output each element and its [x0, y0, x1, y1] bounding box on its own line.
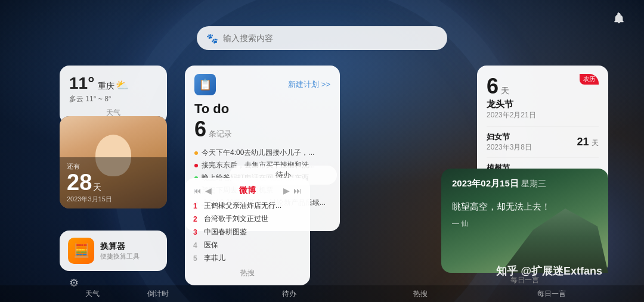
countdown-overlay: 还有 28 天 2023年3月15日 — [60, 157, 167, 208]
daily-weekday: 星期三 — [521, 179, 546, 188]
countdown-date: 2023年3月15日 — [67, 195, 160, 204]
calendar-main-info: 6 天 龙头节 2023年2月21日 — [487, 74, 536, 120]
weibo-item[interactable]: 4医保 — [193, 240, 302, 250]
todo-new-plan[interactable]: 新建计划 >> — [288, 79, 330, 90]
weibo-header: ⏮ ◀ 微博 ▶ ⏭ — [193, 185, 302, 196]
forward-icon[interactable]: ▶ — [283, 186, 290, 195]
countdown-label: 倒计时 — [60, 208, 167, 208]
todo-count-row: 6 条记录 — [194, 117, 330, 142]
prev-icon[interactable]: ⏮ — [193, 186, 202, 195]
calendar-event-row: 妇女节 2023年3月8日 21 天 — [487, 132, 599, 158]
daily-author: — 仙 — [452, 219, 597, 229]
calendar-divider — [487, 126, 599, 127]
weibo-item[interactable]: 5李菲儿 — [193, 253, 302, 263]
bell-button[interactable] — [608, 7, 630, 29]
weather-city: 重庆 — [98, 81, 114, 92]
calendar-main-event: 龙头节 — [487, 99, 536, 110]
bottom-label-item: 每日一言 — [519, 289, 584, 299]
bottom-label-item: 热搜 — [388, 289, 453, 299]
countdown-days: 28 — [67, 171, 92, 194]
weibo-item[interactable]: 1王鹤棣父亲油炸店无行... — [193, 201, 302, 211]
todo-count-label: 条记录 — [209, 129, 232, 139]
weather-temp: 11° — [69, 74, 94, 93]
bell-icon — [612, 11, 626, 24]
todo-app-icon: 📋 — [194, 74, 216, 95]
search-bar: 🐾 — [197, 26, 447, 50]
calculator-subtitle: 便捷换算工具 — [100, 252, 140, 261]
weibo-item[interactable]: 3中国春耕图鉴 — [193, 227, 302, 237]
search-input[interactable] — [223, 33, 438, 43]
weibo-label: 热搜 — [193, 268, 302, 278]
weibo-controls-right: ▶ ⏭ — [283, 186, 302, 195]
countdown-days-unit: 天 — [93, 182, 101, 193]
todo-icon-area: 📋 — [194, 74, 216, 95]
calculator-name: 换算器 — [100, 241, 140, 252]
daily-quote: 眺望高空，却无法上去！ — [452, 200, 597, 214]
calendar-main-unit: 天 — [501, 86, 509, 96]
bottom-label-item: 天气 — [60, 289, 125, 299]
todo-item: 今天下午4:00去幼儿园接小儿子，... — [194, 148, 330, 158]
weibo-item[interactable]: 2台湾歌手刘文正过世 — [193, 214, 302, 224]
daily-background: 2023年02月15日 星期三 眺望高空，却无法上去！ — 仙 — [441, 169, 608, 273]
back-icon[interactable]: ◀ — [205, 186, 212, 195]
search-icon: 🐾 — [206, 33, 218, 44]
weibo-widget: ⏮ ◀ 微博 ▶ ⏭ 1王鹤棣父亲油炸店无行...2台湾歌手刘文正过世3中国春耕… — [185, 178, 310, 285]
weather-widget: 11° 重庆 ⛅ 多云 11° ~ 8° 天气 — [60, 66, 167, 124]
weibo-controls: ⏮ ◀ — [193, 186, 212, 195]
calculator-icon: 🧮 — [68, 238, 94, 264]
countdown-widget: 还有 28 天 2023年3月15日 倒计时 — [60, 116, 167, 208]
weibo-items: 1王鹤棣父亲油炸店无行...2台湾歌手刘文正过世3中国春耕图鉴4医保5李菲儿 — [193, 201, 302, 263]
calendar-main-days: 6 — [487, 74, 499, 99]
zhihu-watermark: 知乎 @扩展迷Extfans — [496, 264, 602, 278]
daily-date: 2023年02月15日 — [452, 178, 519, 188]
todo-count: 6 — [194, 117, 206, 142]
next-icon[interactable]: ⏭ — [293, 186, 302, 195]
bottom-label-item: 待办 — [256, 289, 322, 299]
calendar-main-date: 2023年2月21日 — [487, 110, 536, 120]
calculator-info: 换算器 便捷换算工具 — [100, 241, 140, 261]
bottom-label-item: 倒计时 — [125, 289, 191, 299]
weather-range: 多云 11° ~ 8° — [69, 94, 157, 104]
weibo-title: 微博 — [239, 185, 256, 196]
todo-title: To do — [194, 101, 330, 117]
weather-icon: ⛅ — [116, 79, 129, 92]
bottom-labels-bar: 天气倒计时待办热搜每日一言 — [0, 285, 644, 302]
calculator-widget[interactable]: 🧮 换算器 便捷换算工具 — [60, 231, 167, 271]
todo-header: 📋 新建计划 >> — [194, 74, 330, 95]
